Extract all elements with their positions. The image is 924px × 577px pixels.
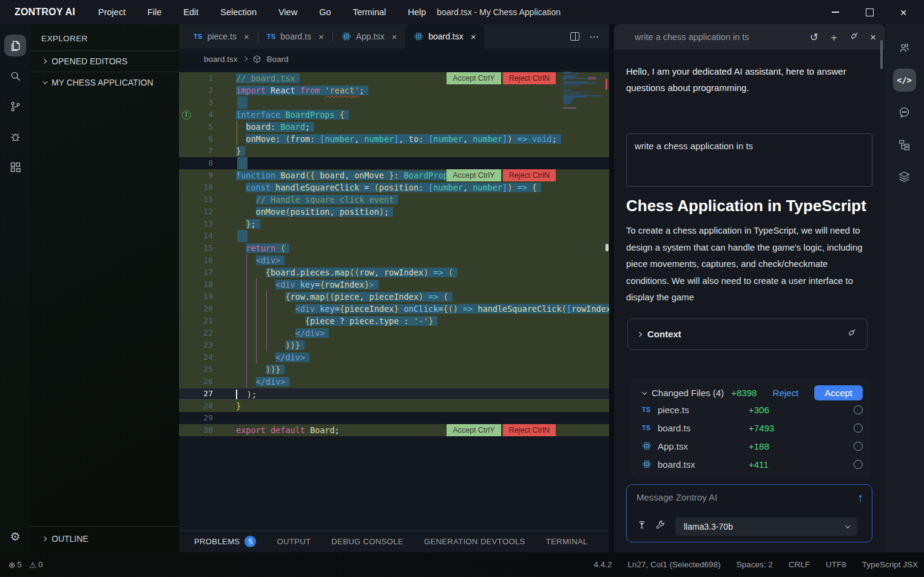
new-chat-icon[interactable]: ＋: [829, 32, 839, 42]
code-editor[interactable]: 1// board.tsxAccept CtrlYReject CtrlN2im…: [179, 69, 609, 530]
activity-explorer-icon[interactable]: [4, 35, 26, 56]
menu-terminal[interactable]: Terminal: [352, 7, 386, 17]
status-indentation[interactable]: Spaces: 2: [737, 560, 773, 569]
activity-debug-icon[interactable]: [4, 126, 26, 147]
editor-scrollbar-thumb[interactable]: [605, 244, 609, 251]
reject-change-button[interactable]: Reject CtrlN: [503, 72, 556, 84]
clean-icon[interactable]: [849, 31, 860, 43]
file-select-radio[interactable]: [854, 442, 863, 451]
line-number[interactable]: 12: [194, 206, 213, 218]
line-number[interactable]: 23: [194, 339, 213, 351]
rail-layers-icon[interactable]: [893, 165, 916, 188]
status-encoding[interactable]: UTF8: [826, 560, 846, 569]
line-number[interactable]: 24: [194, 351, 213, 363]
panel-tab-terminal[interactable]: TERMINAL: [546, 537, 588, 546]
panel-tab-debug-console[interactable]: DEBUG CONSOLE: [331, 537, 403, 546]
accept-change-button[interactable]: Accept CtrlY: [447, 169, 501, 181]
line-number[interactable]: 21: [194, 315, 213, 327]
status-cursor-position[interactable]: Ln27, Col1 (Selected698): [628, 560, 721, 569]
line-number[interactable]: 27: [194, 388, 213, 400]
line-number[interactable]: 9: [194, 169, 213, 181]
accept-change-button[interactable]: Accept CtrlY: [447, 424, 501, 436]
history-icon[interactable]: ↺: [810, 32, 818, 42]
rail-code-assistant-icon[interactable]: </>: [893, 69, 916, 92]
changed-file-row[interactable]: TSpiece.ts+306: [642, 400, 863, 419]
accept-change-button[interactable]: Accept CtrlY: [447, 72, 501, 84]
menu-view[interactable]: View: [278, 7, 297, 17]
reject-change-button[interactable]: Reject CtrlN: [503, 424, 556, 436]
message-input-box[interactable]: Message Zontroy AI ↑ llama3.3-70b: [626, 484, 872, 542]
tab-close-icon[interactable]: ×: [391, 32, 397, 42]
tab-close-icon[interactable]: ×: [244, 32, 249, 42]
minimize-icon[interactable]: [831, 7, 840, 17]
changed-file-row[interactable]: board.tsx+411: [642, 455, 863, 473]
model-select[interactable]: llama3.3-70b: [675, 518, 857, 536]
line-number[interactable]: 15: [194, 242, 213, 254]
changed-file-row[interactable]: App.tsx+188: [642, 437, 863, 455]
menu-go[interactable]: Go: [319, 7, 331, 17]
activity-extensions-icon[interactable]: [4, 156, 26, 178]
sidebar-section-outline[interactable]: OUTLINE: [30, 526, 179, 544]
menu-project[interactable]: Project: [98, 7, 126, 17]
menu-file[interactable]: File: [147, 7, 161, 17]
sidebar-section-project[interactable]: MY CHESS APPLICATION: [30, 72, 179, 93]
breadcrumb-symbol[interactable]: Board: [267, 55, 289, 64]
status-version[interactable]: 4.4.2: [594, 560, 612, 569]
tab-piece.ts[interactable]: TSpiece.ts×: [185, 24, 258, 49]
minimap[interactable]: [561, 72, 604, 530]
line-number[interactable]: 16: [194, 254, 213, 266]
tab-board.tsx[interactable]: board.tsx×: [405, 24, 484, 49]
more-actions-icon[interactable]: ⋯: [589, 31, 599, 42]
tools-wrench-icon[interactable]: [655, 520, 666, 533]
line-number[interactable]: 3: [194, 96, 213, 109]
panel-tab-generation-devtools[interactable]: GENERATION DEVTOOLS: [424, 537, 525, 546]
chevron-down-icon[interactable]: [642, 390, 647, 394]
line-number[interactable]: 13: [194, 218, 213, 230]
line-number[interactable]: 10: [194, 181, 213, 194]
context-clean-icon[interactable]: [847, 328, 857, 340]
menu-edit[interactable]: Edit: [183, 7, 198, 17]
file-select-radio[interactable]: [854, 405, 863, 414]
line-number[interactable]: 17: [194, 266, 213, 278]
rail-agents-icon[interactable]: [893, 36, 916, 59]
line-number[interactable]: 18: [194, 278, 213, 291]
line-number[interactable]: 2: [194, 84, 213, 96]
message-input-placeholder[interactable]: Message Zontroy AI: [636, 492, 717, 504]
line-number[interactable]: 4: [194, 109, 213, 121]
panel-tab-problems[interactable]: PROBLEMS5: [194, 536, 256, 547]
sidebar-section-opened-editors[interactable]: OPENED EDITORS: [30, 50, 179, 72]
line-number[interactable]: 22: [194, 327, 213, 339]
tab-close-icon[interactable]: ×: [471, 32, 476, 42]
menu-selection[interactable]: Selection: [220, 7, 257, 17]
activity-search-icon[interactable]: [4, 65, 26, 87]
close-icon[interactable]: ×: [899, 7, 908, 17]
line-number[interactable]: 8: [194, 157, 213, 169]
status-language[interactable]: TypeScript JSX: [862, 560, 918, 569]
status-eol[interactable]: CRLF: [789, 560, 810, 569]
file-select-radio[interactable]: [854, 460, 863, 469]
reject-all-button[interactable]: Reject: [773, 388, 799, 398]
line-number[interactable]: 7: [194, 145, 213, 157]
line-number[interactable]: 14: [194, 230, 213, 242]
line-number[interactable]: 5: [194, 121, 213, 133]
rail-chat-icon[interactable]: [893, 101, 916, 124]
split-editor-icon[interactable]: [570, 32, 579, 41]
menu-help[interactable]: Help: [408, 7, 426, 17]
broadcast-icon[interactable]: [636, 520, 647, 533]
context-box[interactable]: Context: [627, 319, 868, 350]
tab-board.ts[interactable]: TSboard.ts×: [258, 24, 332, 49]
line-number[interactable]: 20: [194, 303, 213, 315]
chat-scrollbar-thumb[interactable]: [880, 40, 883, 69]
line-number[interactable]: 1: [194, 72, 213, 84]
problems-summary[interactable]: ⊗5 ⚠0: [8, 560, 42, 570]
line-number[interactable]: 19: [194, 291, 213, 303]
tab-close-icon[interactable]: ×: [319, 32, 324, 42]
activity-source-control-icon[interactable]: [4, 95, 26, 117]
line-number[interactable]: 11: [194, 194, 213, 206]
line-number[interactable]: 26: [194, 376, 213, 388]
rail-structure-icon[interactable]: [893, 133, 916, 156]
breadcrumb-file[interactable]: board.tsx: [204, 55, 238, 64]
accept-all-button[interactable]: Accept: [814, 385, 863, 400]
line-number[interactable]: 25: [194, 363, 213, 376]
settings-gear-icon[interactable]: ⚙: [4, 530, 26, 544]
